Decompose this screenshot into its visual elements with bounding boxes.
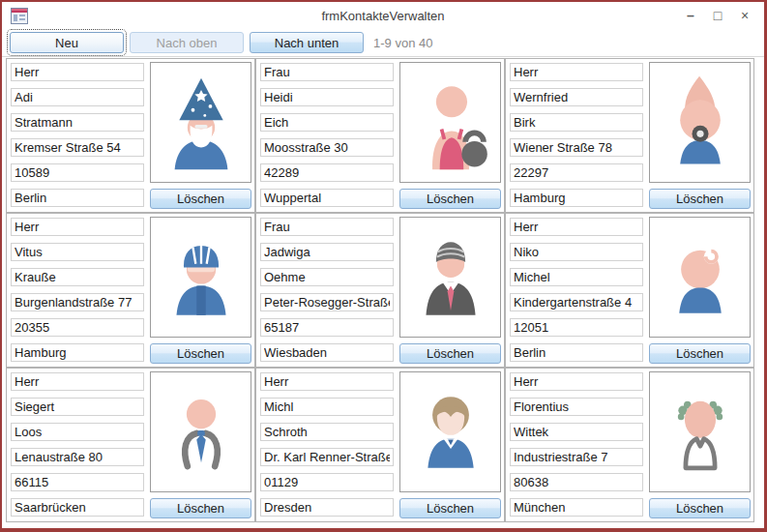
postalcode-field[interactable] (260, 473, 394, 491)
street-field[interactable] (260, 293, 394, 311)
salutation-field[interactable] (11, 63, 144, 81)
record-side: Löschen (150, 371, 251, 518)
contact-fields (260, 217, 394, 364)
record-side: Löschen (649, 217, 751, 364)
street-field[interactable] (510, 293, 643, 311)
record-side: Löschen (150, 217, 251, 364)
record-side: Löschen (399, 371, 501, 518)
postalcode-field[interactable] (260, 318, 394, 337)
postalcode-field[interactable] (11, 473, 144, 491)
city-field[interactable] (510, 343, 643, 362)
contact-record: Löschen (505, 213, 754, 368)
firstname-field[interactable] (510, 398, 643, 416)
contact-fields (260, 371, 394, 518)
avatar-frame (399, 371, 501, 492)
baby-curl-avatar-icon (658, 227, 743, 328)
contact-fields (510, 217, 643, 364)
wizard-avatar-icon (159, 73, 244, 173)
street-field[interactable] (11, 448, 144, 466)
city-field[interactable] (260, 189, 394, 207)
salutation-field[interactable] (510, 218, 643, 236)
lastname-field[interactable] (510, 268, 643, 286)
salutation-field[interactable] (510, 372, 643, 391)
elderly-man-avatar-icon (658, 382, 743, 483)
salutation-field[interactable] (11, 218, 144, 236)
delete-button[interactable]: Löschen (399, 498, 501, 518)
delete-button[interactable]: Löschen (649, 343, 751, 364)
street-field[interactable] (510, 138, 643, 157)
lastname-field[interactable] (510, 423, 643, 441)
lastname-field[interactable] (11, 268, 144, 286)
delete-button[interactable]: Löschen (399, 189, 501, 209)
delete-button[interactable]: Löschen (649, 498, 751, 518)
city-field[interactable] (510, 189, 643, 207)
contact-record: Löschen (6, 58, 255, 213)
city-field[interactable] (11, 498, 144, 517)
postalcode-field[interactable] (11, 318, 144, 337)
contact-fields (11, 62, 144, 209)
contact-fields (11, 371, 144, 518)
delete-button[interactable]: Löschen (150, 343, 251, 364)
salutation-field[interactable] (260, 63, 394, 81)
street-field[interactable] (11, 138, 144, 157)
record-counter: 1-9 von 40 (373, 36, 432, 50)
lastname-field[interactable] (260, 268, 394, 286)
cyclist-avatar-icon (159, 227, 244, 328)
firstname-field[interactable] (11, 88, 144, 106)
firstname-field[interactable] (510, 88, 643, 106)
delete-button[interactable]: Löschen (399, 343, 501, 364)
contact-record: Löschen (505, 368, 754, 522)
avatar-frame (150, 217, 251, 338)
salutation-field[interactable] (260, 372, 394, 391)
street-field[interactable] (11, 293, 144, 311)
street-field[interactable] (260, 138, 394, 157)
contact-fields (510, 371, 643, 518)
record-side: Löschen (399, 62, 501, 209)
contact-fields (11, 217, 144, 364)
city-field[interactable] (510, 498, 643, 517)
delete-button[interactable]: Löschen (150, 498, 251, 518)
firstname-field[interactable] (11, 398, 144, 416)
firstname-field[interactable] (510, 243, 643, 261)
postalcode-field[interactable] (260, 163, 394, 182)
postalcode-field[interactable] (11, 163, 144, 182)
lastname-field[interactable] (11, 423, 144, 441)
city-field[interactable] (11, 343, 144, 362)
close-button[interactable]: × (733, 6, 756, 25)
fitness-woman-avatar-icon (408, 73, 493, 173)
avatar-frame (399, 62, 501, 183)
move-up-button[interactable]: Nach oben (130, 32, 244, 53)
maximize-button[interactable]: □ (706, 6, 729, 25)
postalcode-field[interactable] (510, 163, 643, 182)
firstname-field[interactable] (11, 243, 144, 261)
firstname-field[interactable] (260, 243, 394, 261)
firstname-field[interactable] (260, 88, 394, 106)
minimize-button[interactable]: – (679, 6, 702, 25)
contact-record: Löschen (6, 213, 255, 368)
city-field[interactable] (260, 343, 394, 362)
street-field[interactable] (260, 448, 394, 466)
lastname-field[interactable] (11, 113, 144, 132)
lastname-field[interactable] (260, 423, 394, 441)
city-field[interactable] (11, 189, 144, 207)
salutation-field[interactable] (510, 63, 643, 81)
salutation-field[interactable] (11, 372, 144, 391)
postalcode-field[interactable] (510, 473, 643, 491)
salutation-field[interactable] (260, 218, 394, 236)
firstname-field[interactable] (260, 398, 394, 416)
postalcode-field[interactable] (510, 318, 643, 337)
contact-record: Löschen (6, 368, 255, 522)
window-controls: – □ × (679, 6, 764, 25)
delete-button[interactable]: Löschen (150, 189, 251, 209)
new-button[interactable]: Neu (10, 32, 124, 53)
delete-button[interactable]: Löschen (649, 189, 751, 209)
records-grid: Löschen (6, 58, 754, 522)
contact-record: Löschen (255, 58, 505, 213)
lastname-field[interactable] (510, 113, 643, 132)
move-down-button[interactable]: Nach unten (250, 32, 364, 53)
lastname-field[interactable] (260, 113, 394, 132)
record-side: Löschen (150, 62, 251, 209)
city-field[interactable] (260, 498, 394, 517)
street-field[interactable] (510, 448, 643, 466)
avatar-frame (399, 217, 501, 338)
